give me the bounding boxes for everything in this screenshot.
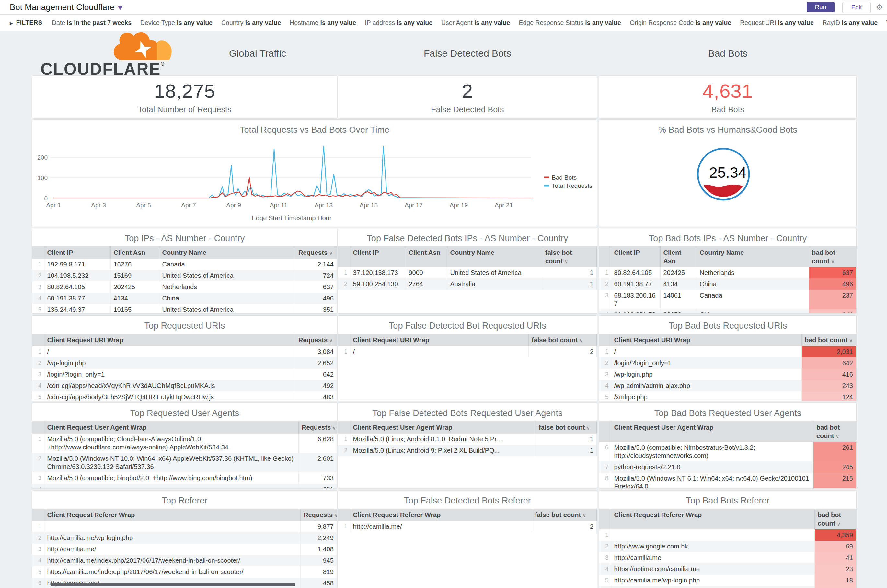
value-cell[interactable]: 1 [536,434,597,445]
column-header-client-request-user-agent-wrap[interactable]: Client Request User Agent Wrap [350,421,536,434]
column-header-client-ip[interactable]: Client IP [44,246,110,259]
value-cell[interactable]: 1 [536,445,597,456]
data-cell[interactable]: 15169 [110,270,159,281]
filter-item-device-type[interactable]: Device Type is any value [140,19,212,27]
data-cell[interactable]: 37.120.138.173 [350,267,406,279]
data-cell[interactable]: Mozilla/5.0 (Windows NT 6.1; Win64; x64;… [611,473,813,488]
value-cell[interactable]: 6,628 [299,434,337,453]
data-cell[interactable]: /xmlrpc.php [611,392,802,401]
value-cell[interactable]: 2 [532,521,597,532]
legend-item-bad-bots[interactable]: Bad Bots [544,174,577,181]
data-cell[interactable]: 192.99.8.171 [44,259,110,270]
data-cell[interactable]: http://camilia.me/wp-login.php [611,575,815,586]
filters-toggle[interactable]: ▶FILTERS [10,19,42,26]
data-cell[interactable]: /wp-login.php [611,369,802,380]
data-cell[interactable]: 61.160.221.73 [611,309,660,314]
column-header-false-bot-count[interactable]: false bot count∨ [542,246,597,267]
data-cell[interactable]: /cdn-cgi/apps/head/xVgyKhR-vV3dAUGhMqfBc… [44,380,295,392]
data-cell[interactable]: Canada [696,290,809,309]
column-header-bad-bot-count[interactable]: bad bot count∨ [802,334,856,346]
data-cell[interactable]: http://camilia.me/ [44,544,301,555]
filter-item-request-uri[interactable]: Request URI is any value [740,19,814,27]
data-cell[interactable]: 4134 [110,293,159,304]
data-cell[interactable]: /wp-login.php [44,357,295,369]
value-cell[interactable]: 642 [802,357,856,369]
value-cell[interactable]: 243 [802,380,856,392]
data-cell[interactable]: 104.198.5.232 [44,270,110,281]
data-cell[interactable]: 16276 [110,259,159,270]
data-cell[interactable]: Australia [447,279,542,290]
data-cell[interactable] [44,521,301,532]
value-cell[interactable]: 642 [295,369,337,380]
column-header-client-ip[interactable]: Client IP [350,246,406,267]
data-cell[interactable]: 2764 [406,279,447,290]
data-cell[interactable]: China [159,293,295,304]
data-cell[interactable]: / [350,346,529,357]
column-header-client-request-uri-wrap[interactable]: Client Request URI Wrap [611,334,802,346]
column-header-bad-bot-count[interactable]: bad bot count∨ [813,421,856,442]
column-header-client-request-referer-wrap[interactable]: Client Request Referer Wrap [611,508,815,530]
data-cell[interactable]: 202425 [660,267,696,279]
column-header-bad-bot-count[interactable]: bad bot count∨ [815,508,856,530]
data-cell[interactable]: Netherlands [696,267,809,279]
value-cell[interactable]: 416 [802,369,856,380]
value-cell[interactable]: 681 [299,484,337,488]
data-cell[interactable]: http://camilia.me/ [350,521,532,532]
column-header-requests[interactable]: Requests∨ [295,246,337,259]
data-cell[interactable]: Mozilla/5.0 (Windows NT 10.0; Win64; x64… [44,453,299,472]
column-header-client-asn[interactable]: Client Asn [406,246,447,267]
data-cell[interactable]: United States of America [159,270,295,281]
value-cell[interactable]: 637 [295,281,337,293]
column-header-requests[interactable]: Requests∨ [295,334,337,346]
data-cell[interactable]: Mozilla/5.0 (compatible; Nimbostratus-Bo… [611,442,813,461]
data-cell[interactable]: Mozilla/5.0 (Linux; Android 8.1.0; Redmi… [350,434,536,445]
value-cell[interactable]: 2 [529,346,597,357]
data-cell[interactable]: python-requests/2.21.0 [611,461,813,473]
filter-item-user-agent[interactable]: User Agent is any value [441,19,510,27]
data-cell[interactable]: /cdn-cgi/apps/body/3Lh52SjWTQ4HRlErJykHq… [44,392,295,401]
value-cell[interactable]: 2,031 [802,346,856,357]
column-header-requests[interactable]: Requests∨ [299,421,337,434]
value-cell[interactable]: 819 [301,566,337,578]
data-cell[interactable]: 14061 [660,290,696,309]
data-cell[interactable]: 68.183.200.167 [611,290,660,309]
horizontal-scrollbar[interactable] [51,583,295,586]
value-cell[interactable]: 724 [295,270,337,281]
column-header-client-request-uri-wrap[interactable]: Client Request URI Wrap [44,334,295,346]
run-button[interactable]: Run [807,2,834,12]
data-cell[interactable]: China [696,279,809,290]
value-cell[interactable]: 458 [301,578,337,588]
column-header-false-bot-count[interactable]: false bot count∨ [529,334,597,346]
data-cell[interactable]: 202425 [110,281,159,293]
gear-icon[interactable]: ⚙ [876,3,883,12]
value-cell[interactable]: 1 [542,279,597,290]
column-header-false-bot-count[interactable]: false bot count∨ [536,421,597,434]
value-cell[interactable]: 1 [542,267,597,279]
column-header-client-asn[interactable]: Client Asn [110,246,159,259]
data-cell[interactable]: http://camilia.me/wp-login.php [44,532,301,544]
value-cell[interactable]: 2,652 [295,357,337,369]
data-cell[interactable]: http://camilia.me [611,552,815,563]
value-cell[interactable]: 496 [809,279,856,290]
column-header-country-name[interactable]: Country Name [696,246,809,267]
data-cell[interactable]: /wp-admin/admin-ajax.php [611,380,802,392]
data-cell[interactable]: 136.24.49.37 [44,304,110,314]
filter-item-rayid[interactable]: RayID is any value [822,19,878,27]
filter-item-edge-response-status[interactable]: Edge Response Status is any value [519,19,621,27]
value-cell[interactable]: 144 [809,309,856,314]
column-header-client-request-user-agent-wrap[interactable]: Client Request User Agent Wrap [44,421,299,434]
data-cell[interactable]: / [611,346,802,357]
data-cell[interactable]: /login/?login_only=1 [44,369,295,380]
data-cell[interactable]: https://camilia.me/ [44,578,301,588]
data-cell[interactable]: 23650 [660,309,696,314]
data-cell[interactable]: http://www.google.com.hk [611,541,815,552]
filter-item-date[interactable]: Date is in the past 7 weeks [52,19,132,27]
value-cell[interactable]: 945 [301,555,337,566]
filter-item-hostname[interactable]: Hostname is any value [290,19,356,27]
filter-item-origin-response-code[interactable]: Origin Response Code is any value [630,19,731,27]
column-header-client-request-user-agent-wrap[interactable]: Client Request User Agent Wrap [611,421,813,442]
data-cell[interactable]: United States of America [159,304,295,314]
data-cell[interactable]: China [696,309,809,314]
data-cell[interactable]: 9009 [406,267,447,279]
value-cell[interactable]: 637 [809,267,856,279]
